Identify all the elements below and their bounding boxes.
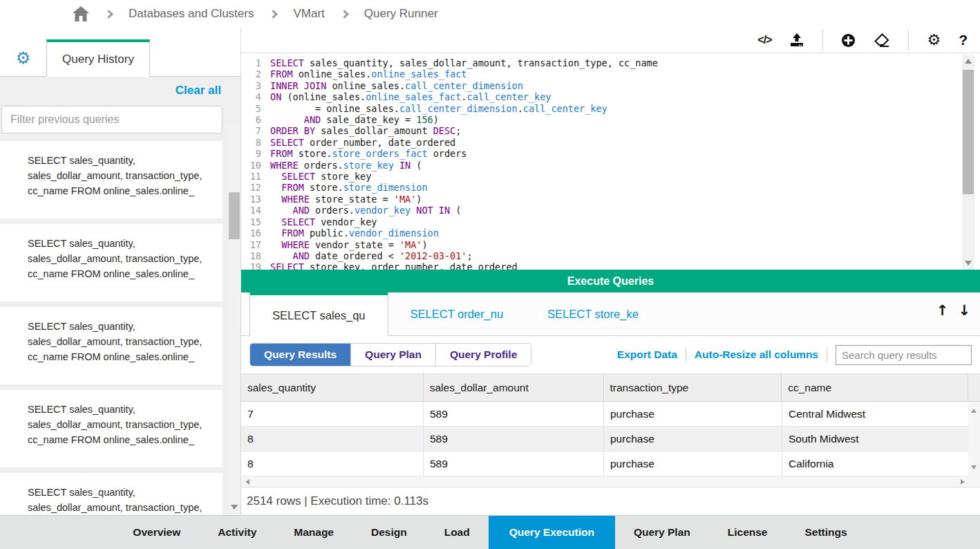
line-number: 18 [241,250,265,261]
table-vertical-scrollbar[interactable] [968,402,980,476]
line-number: 3 [241,80,265,91]
code-line: 19SELECT store_key, order_number, date_o… [241,261,980,270]
column-header-sales_dollar_amount[interactable]: sales_dollar_amount [424,374,604,401]
nav-load[interactable]: Load [426,516,489,549]
nav-query-execution[interactable]: Query Execution [489,516,615,549]
clear-editor-eraser-icon[interactable] [874,33,890,47]
table-cell: 589 [424,402,604,426]
column-header-cc_name[interactable]: cc_name [782,374,968,401]
code-line: 10WHERE orders.store_key IN ( [241,160,980,171]
editor-scrollbar[interactable] [962,55,974,270]
table-cell: 589 [424,427,604,451]
header-scrollbar-spacer [968,374,980,401]
clear-all-link[interactable]: Clear all [176,84,221,97]
execute-queries-button[interactable]: Execute Queries [241,270,980,292]
breadcrumb: Databases and Clusters VMart Query Runne… [0,0,980,28]
table-scroll-right-icon[interactable] [961,479,965,485]
line-number: 16 [241,227,265,239]
code-line: 13 WHERE store_state = 'MA') [241,194,980,205]
links-separator [686,347,686,362]
query-history-item[interactable]: SELECT sales_quantity, sales_dollar_amou… [0,390,223,467]
nav-activity[interactable]: Activity [199,516,275,549]
settings-gear-icon[interactable]: ⚙ [927,32,941,48]
table-cell: California [782,452,969,476]
expand-up-arrow-icon[interactable]: ↑ [936,302,949,319]
code-line: 12 FROM store.store_dimension [241,182,980,193]
upload-query-icon[interactable] [789,33,804,47]
main-panel: </> [241,28,980,515]
result-tab-select-store[interactable]: SELECT store_ke [525,292,661,335]
table-row[interactable]: 8589purchaseSouth Midwest [241,427,980,452]
toolbar-separator [822,30,823,50]
table-scroll-left-icon[interactable] [245,479,249,485]
line-number: 14 [241,205,265,216]
breadcrumb-chevron-icon [340,10,349,19]
code-line: 7ORDER BY sales_dollar_amount DESC; [241,125,980,136]
table-row[interactable]: 7589purchaseCentral Midwest [241,402,980,427]
nav-settings[interactable]: Settings [786,516,865,549]
nav-overview[interactable]: Overview [114,516,199,549]
table-row[interactable]: 8589purchaseCalifornia [241,452,980,476]
editor-scroll-up-icon[interactable] [965,59,972,64]
breadcrumb-vmart[interactable]: VMart [293,7,324,21]
export-data-link[interactable]: Export Data [617,348,677,361]
line-number: 9 [241,148,265,159]
sidebar-settings-gear-icon[interactable]: ⚙ [0,39,46,76]
code-line: 15 SELECT vendor_key [241,216,980,227]
add-query-icon[interactable] [841,33,856,48]
nav-license[interactable]: License [709,516,786,549]
home-icon[interactable] [73,6,89,21]
editor-toolbar: </> [241,28,980,53]
format-code-icon[interactable]: </> [757,34,771,46]
bottom-nav: OverviewActivityManageDesignLoadQuery Ex… [0,515,980,549]
filter-queries-input[interactable] [1,106,223,133]
search-results-input[interactable] [836,345,972,365]
line-number: 8 [241,137,265,148]
breadcrumb-databases-and-clusters[interactable]: Databases and Clusters [129,7,254,21]
breadcrumb-chevron-icon [270,10,279,19]
column-header-sales_quantity[interactable]: sales_quantity [241,374,424,401]
result-tab-select-order[interactable]: SELECT order_nu [388,292,526,335]
result-tab-select-sales[interactable]: SELECT sales_qu [249,292,388,336]
line-number: 17 [241,239,265,250]
line-number: 12 [241,182,265,193]
sidebar-scrollbar[interactable] [228,126,241,515]
row-count-and-time: 2514 rows | Execution time: 0.113s [247,494,428,508]
links-separator [827,347,827,362]
table-horizontal-scrollbar[interactable] [241,476,980,487]
tab-query-plan[interactable]: Query Plan [351,344,436,366]
tab-query-profile[interactable]: Query Profile [436,344,531,366]
editor-scroll-down-icon[interactable] [965,261,972,266]
nav-manage[interactable]: Manage [275,516,352,549]
breadcrumb-query-runner: Query Runner [364,7,438,21]
auto-resize-columns-link[interactable]: Auto-Resize all columns [695,348,818,361]
sql-editor[interactable]: 1SELECT sales_quantity, sales_dollar_amo… [241,53,980,270]
table-cell: 8 [241,427,424,451]
sidebar-scroll-down-icon[interactable] [231,505,238,510]
table-scroll-down-icon[interactable] [971,465,977,469]
help-icon[interactable]: ? [959,32,968,48]
code-line: 6 AND sale_date_key = 156) [241,114,980,125]
sidebar-scrollbar-thumb[interactable] [229,192,240,239]
query-history-sidebar: ⚙ Query History Clear all SELECT sales_q… [0,28,241,515]
query-history-item[interactable]: SELECT sales_quantity, sales_dollar_amou… [0,307,223,384]
table-cell: 8 [241,452,424,476]
code-line: 1SELECT sales_quantity, sales_dollar_amo… [241,57,980,68]
line-number: 7 [241,125,265,136]
tab-query-results[interactable]: Query Results [250,344,351,366]
table-scroll-up-icon[interactable] [971,409,977,413]
tab-query-history[interactable]: Query History [46,39,150,77]
line-number: 2 [241,68,265,80]
results-table-rows-container: 7589purchaseCentral Midwest8589purchaseS… [241,402,980,476]
sidebar-tab-row: ⚙ Query History [0,39,241,77]
query-history-item[interactable]: SELECT sales_quantity, sales_dollar_amou… [0,473,223,515]
code-line: 17 WHERE vendor_state = 'MA') [241,239,980,250]
nav-design[interactable]: Design [352,516,426,549]
collapse-down-arrow-icon[interactable]: ↓ [958,302,970,319]
query-history-item[interactable]: SELECT sales_quantity, sales_dollar_amou… [0,141,223,218]
column-header-transaction_type[interactable]: transaction_type [604,374,782,401]
results-table-header: sales_quantitysales_dollar_amounttransac… [241,373,980,402]
editor-scrollbar-thumb[interactable] [963,70,974,194]
query-history-item[interactable]: SELECT sales_quantity, sales_dollar_amou… [0,224,223,301]
nav-query-plan[interactable]: Query Plan [615,516,709,549]
